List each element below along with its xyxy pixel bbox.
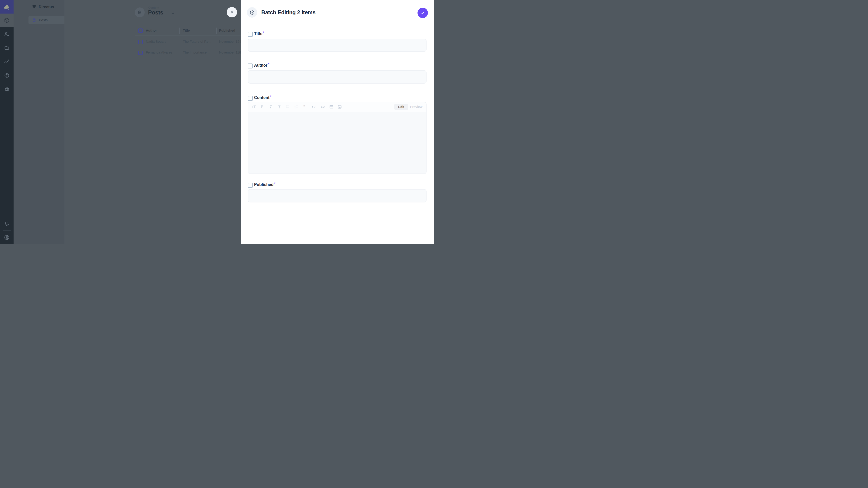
required-marker: *	[263, 31, 264, 34]
field-enable-checkbox-content[interactable]	[248, 96, 253, 101]
close-icon	[230, 10, 234, 14]
drawer-title: Batch Editing 2 Items	[261, 9, 315, 15]
box-icon	[250, 10, 255, 15]
author-input[interactable]	[248, 70, 427, 84]
field-label-title: Title*	[254, 31, 264, 36]
field-label-content: Content*	[254, 95, 271, 100]
published-input[interactable]	[248, 189, 427, 202]
blockquote-icon[interactable]: ”	[303, 105, 307, 109]
content-markdown-editor: 123 ” Edit Preview	[248, 102, 427, 174]
svg-text:3: 3	[294, 107, 295, 109]
table-icon[interactable]	[329, 105, 334, 109]
save-button[interactable]	[417, 8, 428, 18]
italic-icon[interactable]	[269, 105, 273, 109]
heading-icon[interactable]	[252, 105, 256, 109]
code-icon[interactable]	[311, 105, 316, 109]
strikethrough-icon[interactable]	[277, 105, 282, 109]
check-icon	[421, 11, 425, 15]
bulleted-list-icon[interactable]	[285, 105, 290, 109]
image-icon[interactable]	[338, 105, 342, 109]
numbered-list-icon[interactable]: 123	[294, 105, 299, 109]
close-button[interactable]	[227, 7, 237, 18]
app-window: Directus Posts	[0, 0, 434, 244]
field-enable-checkbox-published[interactable]	[248, 183, 253, 188]
field-enable-checkbox-title[interactable]	[248, 32, 253, 37]
svg-text:”: ”	[303, 105, 306, 109]
editor-toolbar: 123 ” Edit Preview	[248, 102, 426, 112]
editor-tab-preview[interactable]: Preview	[410, 104, 423, 110]
field-enable-checkbox-author[interactable]	[248, 64, 253, 68]
title-input[interactable]	[248, 39, 427, 52]
required-marker: *	[268, 62, 269, 66]
drawer-header-icon-circle	[247, 7, 257, 18]
field-label-author: Author*	[254, 63, 269, 68]
editor-tab-edit[interactable]: Edit	[394, 104, 408, 110]
field-label-published: Published*	[254, 182, 275, 187]
required-marker: *	[270, 95, 271, 98]
bold-icon[interactable]	[260, 105, 265, 109]
link-icon[interactable]	[320, 105, 325, 109]
required-marker: *	[274, 182, 275, 185]
content-textarea[interactable]	[248, 112, 426, 173]
drawer-overlay[interactable]	[0, 0, 241, 244]
